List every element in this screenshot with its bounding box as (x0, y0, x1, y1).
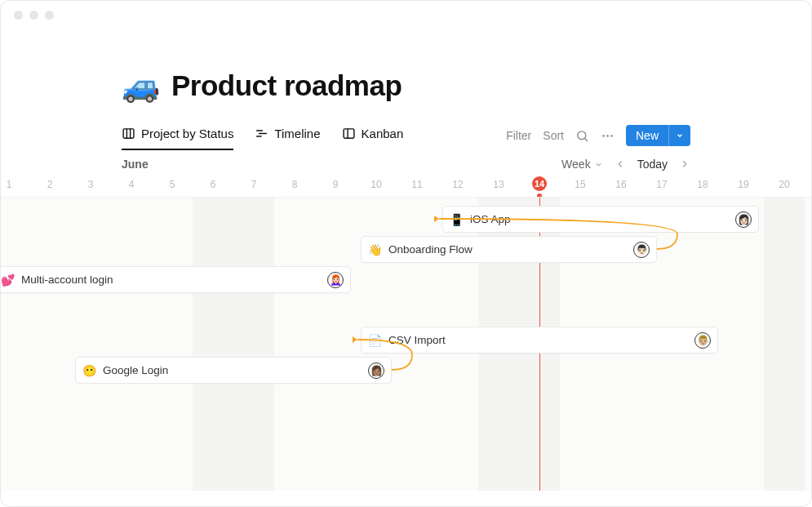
page-title: Product roadmap (171, 69, 402, 102)
task-emoji-icon: 💕 (1, 274, 15, 287)
chevron-down-icon (594, 160, 603, 169)
more-icon[interactable] (601, 129, 615, 143)
app-window: 🚙 Product roadmap Project by StatusTimel… (0, 0, 812, 507)
sort-button[interactable]: Sort (543, 129, 564, 142)
date-tick: 20 (779, 179, 789, 190)
timeline-icon (255, 127, 268, 140)
svg-point-8 (578, 131, 586, 139)
view-tabs: Project by StatusTimelineKanban (122, 127, 403, 150)
window-dot (45, 11, 54, 20)
date-tick: 5 (170, 179, 175, 190)
page-emoji-icon: 🚙 (122, 68, 160, 104)
toolbar: Filter Sort New (506, 125, 690, 151)
weekend-shade (193, 198, 274, 491)
today-button[interactable]: Today (637, 158, 668, 171)
date-tick: 13 (493, 179, 504, 190)
date-tick: 8 (292, 179, 298, 190)
svg-point-12 (610, 135, 613, 137)
range-mode-dropdown[interactable]: Week (561, 158, 603, 171)
next-period-button[interactable] (679, 158, 690, 170)
date-tick: 16 (615, 179, 626, 190)
assignee-avatar[interactable]: 👩🏻‍🦰 (327, 272, 344, 288)
tab-timeline[interactable]: Timeline (255, 127, 320, 150)
weekend-shade (764, 198, 805, 491)
timeline-controls: Week Today (561, 158, 690, 171)
date-axis: 1234567891011121314151617181920 (1, 176, 811, 197)
today-marker[interactable]: 14 (532, 176, 547, 191)
window-titlebar (1, 1, 811, 29)
date-tick: 7 (251, 179, 257, 190)
date-tick: 18 (697, 179, 708, 190)
window-dot (29, 11, 38, 20)
date-tick: 4 (129, 179, 135, 190)
search-icon[interactable] (575, 129, 589, 143)
date-tick: 3 (88, 179, 94, 190)
svg-point-10 (602, 135, 605, 137)
filter-button[interactable]: Filter (506, 129, 531, 142)
assignee-avatar[interactable]: 👨🏼 (694, 332, 711, 349)
connector-arrow (344, 323, 424, 386)
date-tick: 9 (333, 179, 339, 190)
columns-icon (122, 127, 135, 140)
svg-rect-0 (123, 128, 134, 137)
tab-label: Timeline (274, 127, 320, 140)
new-button-label: New (626, 125, 668, 146)
svg-line-9 (585, 138, 588, 140)
kanban-icon (342, 127, 356, 140)
gantt-area[interactable]: 📱iOS App👩🏻👋Onboarding Flow👨🏻💕Multi-accou… (1, 197, 811, 491)
assignee-avatar[interactable]: 👩🏻 (735, 211, 752, 228)
prev-period-button[interactable] (615, 158, 626, 170)
new-button[interactable]: New (626, 125, 690, 146)
window-dot (14, 11, 23, 20)
tab-label: Project by Status (141, 127, 233, 140)
month-label: June (122, 158, 149, 171)
date-tick: 10 (371, 179, 381, 190)
tab-kanban[interactable]: Kanban (342, 127, 404, 150)
chevron-down-icon[interactable] (668, 125, 690, 146)
tab-project-by-status[interactable]: Project by Status (122, 127, 233, 150)
connector-arrow (426, 202, 690, 265)
task-title: Multi-account login (21, 274, 113, 286)
date-tick: 15 (575, 179, 585, 190)
svg-point-11 (606, 135, 609, 137)
tab-label: Kanban (362, 127, 404, 140)
task-title: Google Login (103, 364, 168, 376)
date-tick: 12 (452, 179, 463, 190)
date-tick: 11 (411, 179, 422, 190)
timeline-header: June Week Today (1, 151, 811, 171)
svg-rect-6 (344, 128, 354, 137)
date-tick: 2 (47, 179, 53, 190)
date-tick: 17 (656, 179, 667, 190)
task-emoji-icon: 😶 (82, 364, 96, 377)
task-card-multi[interactable]: 💕Multi-account login👩🏻‍🦰 (0, 266, 351, 293)
date-tick: 6 (211, 179, 216, 190)
view-tabs-row: Project by StatusTimelineKanban Filter S… (1, 104, 811, 151)
task-emoji-icon: 👋 (368, 243, 382, 256)
date-tick: 1 (7, 179, 12, 190)
page-header: 🚙 Product roadmap (1, 29, 811, 104)
date-tick: 19 (738, 179, 748, 190)
